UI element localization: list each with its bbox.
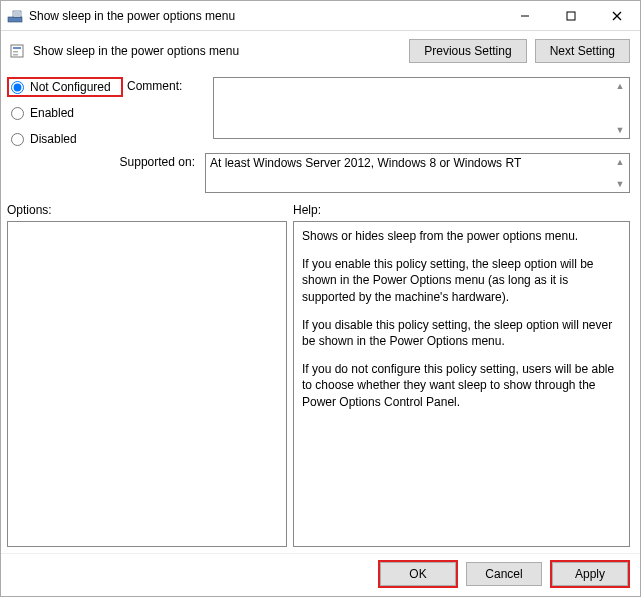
window-controls xyxy=(502,1,640,30)
radio-disabled-input[interactable] xyxy=(11,133,24,146)
footer: OK Cancel Apply xyxy=(1,553,640,596)
previous-setting-button[interactable]: Previous Setting xyxy=(409,39,526,63)
minimize-button[interactable] xyxy=(502,1,548,30)
options-label: Options: xyxy=(7,203,293,217)
config-section: Not Configured Enabled Disabled Comment:… xyxy=(1,69,640,149)
titlebar: Show sleep in the power options menu xyxy=(1,1,640,31)
maximize-button[interactable] xyxy=(548,1,594,30)
radio-disabled-label: Disabled xyxy=(30,132,77,146)
help-p4: If you do not configure this policy sett… xyxy=(302,361,621,410)
svg-rect-10 xyxy=(13,51,18,53)
radio-not-configured[interactable]: Not Configured xyxy=(9,79,121,95)
supported-scroll-down-icon: ▼ xyxy=(613,178,627,190)
help-label: Help: xyxy=(293,203,630,217)
supported-scroll-up-icon: ▲ xyxy=(613,156,627,168)
radio-enabled-input[interactable] xyxy=(11,107,24,120)
comment-label: Comment: xyxy=(127,77,207,147)
gpo-editor-window: Show sleep in the power options menu Sho… xyxy=(0,0,641,597)
next-setting-button[interactable]: Next Setting xyxy=(535,39,630,63)
supported-row: Supported on: At least Windows Server 20… xyxy=(1,149,640,199)
radio-not-configured-label: Not Configured xyxy=(30,80,111,94)
svg-rect-11 xyxy=(13,54,18,56)
policy-icon xyxy=(7,8,23,24)
help-panel: Shows or hides sleep from the power opti… xyxy=(293,221,630,547)
comment-scroll-down-icon: ▼ xyxy=(613,124,627,136)
options-panel xyxy=(7,221,287,547)
radio-enabled[interactable]: Enabled xyxy=(9,105,121,121)
header-row: Show sleep in the power options menu Pre… xyxy=(1,31,640,69)
help-p2: If you enable this policy setting, the s… xyxy=(302,256,621,305)
radio-not-configured-input[interactable] xyxy=(11,81,24,94)
comment-textarea[interactable]: ▲ ▼ xyxy=(213,77,630,139)
setting-title: Show sleep in the power options menu xyxy=(33,44,401,58)
policy-setting-icon xyxy=(9,43,25,59)
radio-enabled-label: Enabled xyxy=(30,106,74,120)
help-p3: If you disable this policy setting, the … xyxy=(302,317,621,349)
panel-labels: Options: Help: xyxy=(1,199,640,219)
svg-rect-5 xyxy=(567,12,575,20)
panels: Shows or hides sleep from the power opti… xyxy=(1,219,640,553)
close-button[interactable] xyxy=(594,1,640,30)
apply-button[interactable]: Apply xyxy=(552,562,628,586)
window-title: Show sleep in the power options menu xyxy=(29,9,502,23)
supported-on-value: At least Windows Server 2012, Windows 8 … xyxy=(210,156,521,170)
svg-rect-1 xyxy=(13,11,21,17)
cancel-button[interactable]: Cancel xyxy=(466,562,542,586)
radio-disabled[interactable]: Disabled xyxy=(9,131,121,147)
supported-on-label: Supported on: xyxy=(9,153,199,169)
svg-rect-0 xyxy=(8,17,22,22)
supported-on-box: At least Windows Server 2012, Windows 8 … xyxy=(205,153,630,193)
comment-scroll-up-icon: ▲ xyxy=(613,80,627,92)
ok-button[interactable]: OK xyxy=(380,562,456,586)
help-p1: Shows or hides sleep from the power opti… xyxy=(302,228,621,244)
svg-rect-9 xyxy=(13,47,21,49)
state-radio-group: Not Configured Enabled Disabled xyxy=(9,77,121,147)
